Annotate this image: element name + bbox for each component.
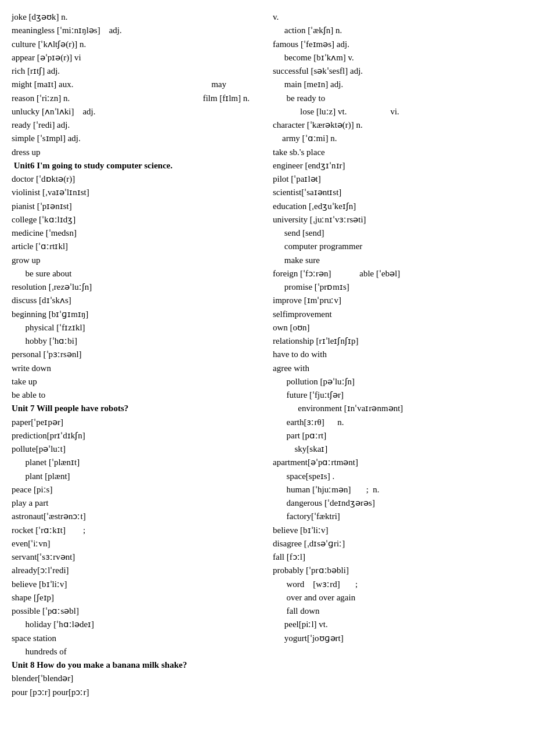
list-item: disagree [ˌdɪsəˈɡriː]	[273, 537, 522, 550]
list-item: send [send]	[273, 226, 522, 240]
list-item: future [ˈfjuːtʃər]	[273, 388, 522, 402]
left-column: joke [dʒəʊk] n.meaningless [ˈmiːnɪŋləs] …	[12, 10, 267, 699]
list-item: over and over again	[273, 591, 522, 604]
list-item: possible [ˈpɑːsəbl]	[12, 604, 261, 618]
list-item: play a part	[12, 496, 261, 510]
list-item: space station	[12, 632, 261, 645]
list-item: yogurt[ˈjoʊɡərt]	[273, 632, 522, 645]
list-item: space[speɪs] .	[273, 470, 522, 483]
list-item: astronaut[ˈæstrənɔːt]	[12, 510, 261, 523]
list-item: even[ˈiːvn]	[12, 537, 261, 550]
list-item: university [ˌjuːnɪˈvɜːrsəti]	[273, 213, 522, 226]
list-item: already[ɔːlˈredi]	[12, 564, 261, 577]
list-item: paper[ˈpeɪpər]	[12, 416, 261, 429]
list-item: fall down	[273, 604, 522, 618]
list-item: servant[ˈsɜːrvənt]	[12, 550, 261, 564]
list-item: improve [ɪmˈpruːv]	[273, 294, 522, 307]
list-item: scientist[ˈsaɪəntɪst]	[273, 186, 522, 199]
list-item: meaningless [ˈmiːnɪŋləs] adj.	[12, 24, 261, 37]
page: joke [dʒəʊk] n.meaningless [ˈmiːnɪŋləs] …	[12, 10, 522, 699]
list-item: believe [bɪˈliːv]	[273, 524, 522, 537]
list-item: Unit6 I'm going to study computer scienc…	[12, 159, 261, 172]
list-item: earth[ɜːrθ] n.	[273, 416, 522, 429]
list-item: pollute[pəˈluːt]	[12, 442, 261, 456]
list-item: article [ˈɑːrtɪkl]	[12, 240, 261, 253]
list-item: computer programmer	[273, 240, 522, 253]
list-item: unlucky [ʌnˈlʌki] adj.	[12, 105, 261, 118]
list-item: word [wɜːrd] ;	[273, 578, 522, 591]
list-item: promise [ˈprɒmɪs]	[273, 280, 522, 294]
list-item: believe [bɪˈliːv]	[12, 578, 261, 591]
list-item: peace [piːs]	[12, 483, 261, 496]
list-item: factory[ˈfæktri]	[273, 510, 522, 523]
list-item: make sure	[273, 254, 522, 267]
list-item: college [ˈkɑːlɪdʒ]	[12, 213, 261, 226]
list-item: successful [səkˈsesfl] adj.	[273, 64, 522, 78]
list-item: foreign [ˈfɔːrən] able [ˈebəl]	[273, 267, 522, 280]
list-item: part [pɑːrt]	[273, 429, 522, 442]
list-item: planet [ˈplænɪt]	[12, 456, 261, 469]
list-item: hobby [ˈhɑːbi]	[12, 334, 261, 348]
list-item: own [oʊn]	[273, 321, 522, 334]
list-item: agree with	[273, 362, 522, 375]
list-item: might [maɪt] aux.may	[12, 78, 261, 91]
list-item: become [bɪˈkʌm] v.	[273, 51, 522, 64]
list-item: write down	[12, 362, 261, 375]
list-item: relationship [rɪˈleɪʃnʃɪp]	[273, 334, 522, 348]
list-item: prediction[prɪˈdɪkʃn]	[12, 429, 261, 442]
content-area: joke [dʒəʊk] n.meaningless [ˈmiːnɪŋləs] …	[12, 10, 522, 699]
list-item: doctor [ˈdɒktə(r)]	[12, 172, 261, 186]
list-item: medicine [ˈmedsn]	[12, 226, 261, 240]
list-item: dangerous [ˈdeɪndʒərəs]	[273, 496, 522, 510]
list-item: violinist [ˌvaɪəˈlɪnɪst]	[12, 186, 261, 199]
list-item: personal [ˈpɜːrsənl]	[12, 348, 261, 361]
list-item: main [meɪn] adj.	[273, 78, 522, 91]
list-item: resolution [ˌrezəˈluːʃn]	[12, 280, 261, 294]
list-item: simple [ˈsɪmpl] adj.	[12, 132, 261, 145]
list-item: v.	[273, 10, 522, 24]
list-item: take up	[12, 375, 261, 388]
list-item: education [ˌedʒuˈkeɪʃn]	[273, 200, 522, 213]
right-column: v. action [ˈækʃn] n.famous [ˈfeɪməs] adj…	[267, 10, 522, 699]
list-item: dress up	[12, 146, 261, 159]
list-item: reason [ˈriːzn] n.film [fɪlm] n.	[12, 92, 261, 105]
list-item: holiday [ˈhɑːlədeɪ]	[12, 618, 261, 631]
list-item: sky[skaɪ]	[273, 442, 522, 456]
list-item: Unit 8 How do you make a banana milk sha…	[12, 658, 261, 672]
list-item: be able to	[12, 388, 261, 402]
list-item: engineer [endʒɪˈnɪr]	[273, 159, 522, 172]
list-item: culture [ˈkʌltʃə(r)] n.	[12, 38, 261, 51]
list-item: physical [ˈfɪzɪkl]	[12, 321, 261, 334]
list-item: take sb.'s place	[273, 146, 522, 159]
list-item: appear [əˈpɪə(r)] vi	[12, 51, 261, 64]
list-item: plant [plænt]	[12, 470, 261, 483]
list-item: pour [pɔːr] pour[pɔːr]	[12, 686, 261, 699]
list-item: blender[ˈblendər]	[12, 672, 261, 685]
list-item: pollution [pəˈluːʃn]	[273, 375, 522, 388]
list-item: beginning [bɪˈɡɪmɪŋ]	[12, 308, 261, 321]
list-item: shape [ʃeɪp]	[12, 591, 261, 604]
list-item: discuss [dɪˈskʌs]	[12, 294, 261, 307]
list-item: famous [ˈfeɪməs] adj.	[273, 38, 522, 51]
list-item: fall [fɔːl]	[273, 550, 522, 564]
list-item: hundreds of	[12, 645, 261, 658]
list-item: probably [ˈprɑːbəbli]	[273, 564, 522, 577]
list-item: be sure about	[12, 267, 261, 280]
list-item: character [ˈkærəktə(r)] n.	[273, 118, 522, 132]
list-item: peel[piːl] vt.	[273, 618, 522, 631]
list-item: apartment[əˈpɑːrtmənt]	[273, 456, 522, 469]
list-item: selfimprovement	[273, 308, 522, 321]
list-item: environment [ɪnˈvaɪrənmənt]	[273, 402, 522, 415]
list-item: human [ˈhjuːmən] ; n.	[273, 483, 522, 496]
list-item: joke [dʒəʊk] n.	[12, 10, 261, 24]
list-item: lose [luːz] vt. vi.	[273, 105, 522, 118]
list-item: pilot [ˈpaɪlət]	[273, 172, 522, 186]
list-item: have to do with	[273, 348, 522, 361]
list-item: pianist [ˈpɪənɪst]	[12, 200, 261, 213]
list-item: grow up	[12, 254, 261, 267]
list-item: Unit 7 Will people have robots?	[12, 402, 261, 415]
list-item: army [ˈɑːmi] n.	[273, 132, 522, 145]
list-item: ready [ˈredi] adj.	[12, 118, 261, 132]
list-item: be ready to	[273, 92, 522, 105]
list-item: rich [rɪtʃ] adj.	[12, 64, 261, 78]
